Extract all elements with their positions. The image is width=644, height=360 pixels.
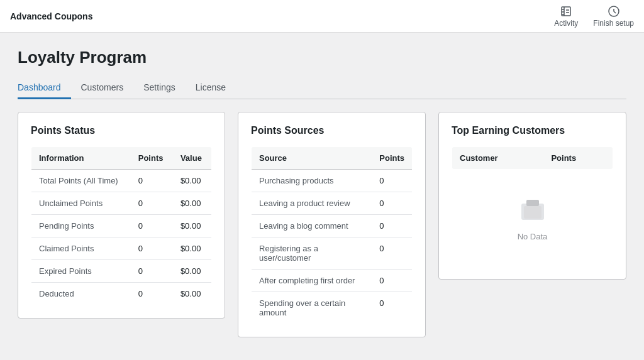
src-points-cell: 0 [372,237,412,270]
finish-setup-nav-item[interactable]: Finish setup [593,5,634,28]
col-points-src: Points [372,147,412,170]
tab-bar: Dashboard Customers Settings License [18,77,626,99]
info-cell: Pending Points [31,215,131,237]
col-information: Information [31,147,131,170]
src-points-cell: 0 [372,215,412,237]
info-cell: Claimed Points [31,237,131,260]
value-cell: $0.00 [173,237,212,260]
top-nav: Advanced Coupons Activity Finish setup [0,0,644,33]
finish-setup-label: Finish setup [593,19,634,28]
col-value: Value [173,147,212,170]
svg-rect-3 [526,200,539,206]
info-cell: Expired Points [31,260,131,283]
value-cell: $0.00 [173,283,212,305]
table-row: Unclaimed Points 0 $0.00 [31,192,212,215]
info-cell: Deducted [31,283,131,305]
points-cell: 0 [131,192,173,215]
points-cell: 0 [131,283,173,305]
tab-settings[interactable]: Settings [133,77,186,99]
table-row: Leaving a product review 0 [252,192,413,215]
table-row: Registering as a user/customer 0 [252,237,413,270]
source-cell: After completing first order [252,270,372,292]
points-sources-card: Points Sources Source Points Purchasing … [238,112,426,337]
no-data-svg [518,195,548,225]
source-cell: Leaving a blog comment [252,215,372,237]
source-cell: Spending over a certain amount [252,292,372,324]
table-row: Claimed Points 0 $0.00 [31,237,212,260]
app-logo: Advanced Coupons [10,11,92,21]
source-cell: Purchasing products [252,170,372,192]
page-title: Loyalty Program [18,48,626,67]
source-cell: Registering as a user/customer [252,237,372,270]
points-cell: 0 [131,260,173,283]
table-row: Total Points (All Time) 0 $0.00 [31,170,212,192]
table-row: Spending over a certain amount 0 [252,292,413,324]
tab-dashboard[interactable]: Dashboard [18,77,71,99]
nav-actions: Activity Finish setup [554,5,634,28]
value-cell: $0.00 [173,192,212,215]
table-row: Deducted 0 $0.00 [31,283,212,305]
no-data-icon [518,195,548,227]
col-points: Points [131,147,173,170]
info-cell: Total Points (All Time) [31,170,131,192]
svg-rect-4 [524,206,541,219]
points-cell: 0 [131,170,173,192]
finish-setup-icon [608,5,620,18]
src-points-cell: 0 [372,170,412,192]
src-points-cell: 0 [372,192,412,215]
activity-icon [560,5,572,18]
col-customer-points: Points [543,147,613,170]
value-cell: $0.00 [173,170,212,192]
points-sources-table: Source Points Purchasing products 0 Leav… [251,146,413,324]
no-data-section: No Data [452,170,613,266]
value-cell: $0.00 [173,215,212,237]
top-earning-title: Top Earning Customers [452,125,613,136]
table-row: Leaving a blog comment 0 [252,215,413,237]
customer-table: Customer Points [452,146,613,170]
points-cell: 0 [131,215,173,237]
points-status-card: Points Status Information Points Value T… [18,112,225,319]
src-points-cell: 0 [372,292,412,324]
main-content: Loyalty Program Dashboard Customers Sett… [0,33,644,360]
top-earning-customers-card: Top Earning Customers Customer Points [438,112,626,280]
source-cell: Leaving a product review [252,192,372,215]
table-row: Expired Points 0 $0.00 [31,260,212,283]
activity-nav-item[interactable]: Activity [554,5,578,28]
activity-label: Activity [554,19,578,28]
no-data-label: No Data [518,232,548,241]
points-sources-title: Points Sources [251,125,413,136]
table-row: Purchasing products 0 [252,170,413,192]
col-source: Source [252,147,372,170]
points-status-table: Information Points Value Total Points (A… [31,146,212,305]
src-points-cell: 0 [372,270,412,292]
col-customer: Customer [452,147,544,170]
table-row: Pending Points 0 $0.00 [31,215,212,237]
value-cell: $0.00 [173,260,212,283]
tab-customers[interactable]: Customers [71,77,134,99]
table-row: After completing first order 0 [252,270,413,292]
tab-license[interactable]: License [186,77,236,99]
points-cell: 0 [131,237,173,260]
points-status-title: Points Status [31,125,212,136]
dashboard-grid: Points Status Information Points Value T… [18,112,626,337]
info-cell: Unclaimed Points [31,192,131,215]
